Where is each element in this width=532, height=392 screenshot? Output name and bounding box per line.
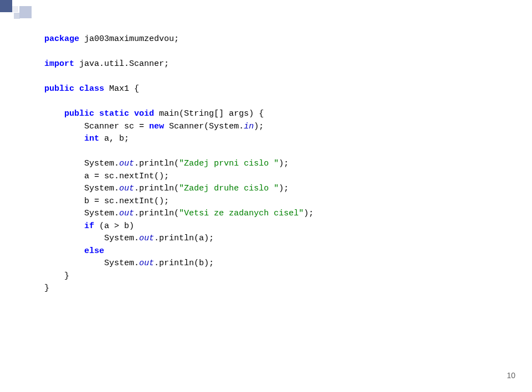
field-in: in	[244, 122, 254, 131]
code-text: System.	[44, 259, 139, 268]
field-out: out	[119, 159, 134, 168]
code-text: .println(a);	[154, 234, 214, 243]
code-text: b = sc.nextInt();	[44, 197, 169, 206]
keyword-int: int	[84, 134, 99, 143]
page-number: 10	[507, 371, 515, 380]
string-literal: "Zadej prvni cislo "	[179, 159, 279, 168]
code-text: System.	[44, 234, 139, 243]
code-text: .println(	[134, 184, 179, 193]
keyword-public: public	[44, 84, 74, 94]
decoration-square-grey	[19, 6, 32, 18]
field-out: out	[119, 184, 134, 193]
keyword-void: void	[129, 109, 154, 118]
code-text: System.	[44, 209, 119, 218]
keyword-import: import	[44, 59, 74, 69]
string-literal: "Vetsi ze zadanych cisel"	[179, 209, 304, 218]
indent	[44, 246, 84, 256]
code-text: .println(b);	[154, 259, 214, 268]
code-text: a = sc.nextInt();	[44, 172, 169, 181]
close-brace: }	[44, 271, 69, 281]
string-literal: "Zadej druhe cislo "	[179, 184, 279, 193]
code-text: );	[254, 122, 264, 131]
close-brace: }	[44, 283, 49, 293]
code-text: Scanner(System.	[164, 122, 244, 131]
method-sig: main(String[] args) {	[154, 109, 264, 118]
keyword-class: class	[74, 84, 104, 94]
indent	[44, 134, 84, 143]
code-text: );	[279, 184, 289, 193]
keyword-public: public	[64, 109, 94, 118]
keyword-if: if	[84, 221, 94, 231]
class-name: Max1 {	[104, 84, 139, 94]
indent	[44, 221, 84, 231]
code-text: System.	[44, 184, 119, 193]
keyword-else: else	[84, 246, 104, 256]
code-block: package ja003maximumzedvou; import java.…	[44, 33, 314, 295]
decoration-square-light	[12, 6, 18, 12]
slide-decoration	[0, 0, 32, 19]
code-text: Scanner sc =	[44, 122, 149, 131]
import-path: java.util.Scanner;	[74, 59, 169, 69]
keyword-static: static	[94, 109, 129, 118]
field-out: out	[139, 259, 154, 268]
indent	[44, 109, 64, 118]
code-text: a, b;	[99, 134, 129, 143]
keyword-new: new	[149, 122, 164, 131]
field-out: out	[119, 209, 134, 218]
code-text: );	[304, 209, 314, 218]
code-text: (a > b)	[94, 221, 134, 231]
code-text: .println(	[134, 209, 179, 218]
code-text: System.	[44, 159, 119, 168]
code-text: );	[279, 159, 289, 168]
code-text: .println(	[134, 159, 179, 168]
keyword-package: package	[44, 34, 79, 44]
package-name: ja003maximumzedvou;	[79, 34, 179, 44]
decoration-square-dark	[0, 0, 12, 12]
field-out: out	[139, 234, 154, 243]
